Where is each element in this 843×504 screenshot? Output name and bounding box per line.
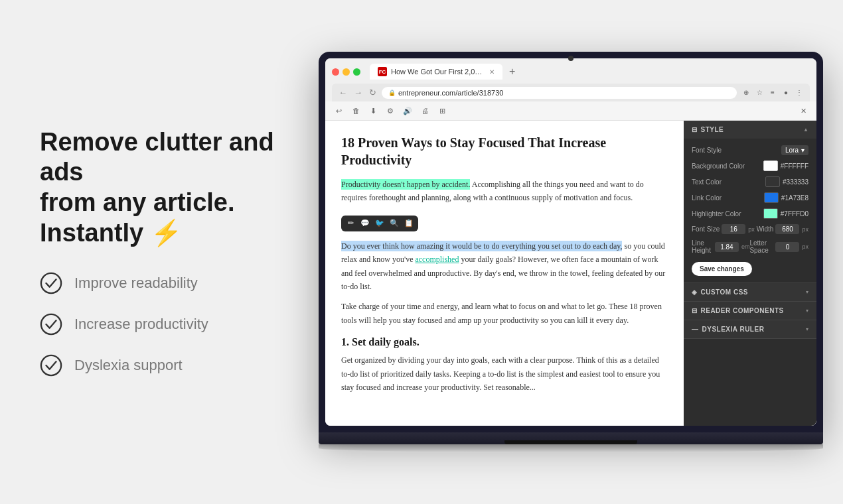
bookmark-icon[interactable]: ☆ — [754, 88, 765, 98]
letter-space-input[interactable]: 0 — [775, 242, 799, 252]
reader-components-title: ⊟ READER COMPONENTS — [692, 307, 784, 314]
link-color-value: #1A73E8 — [764, 192, 808, 203]
right-sidebar: ⊟ STYLE ▲ Font Style — [684, 121, 816, 426]
text-color-hex: #333333 — [783, 178, 808, 186]
text-color-value: #333333 — [765, 176, 808, 187]
address-bar-row: ← → ↻ 🔒 entrepreneur.com/article/318730 … — [332, 84, 810, 101]
article-h2: 1. Set daily goals. — [341, 336, 668, 348]
font-size-value-group: 16 px — [722, 224, 755, 234]
window-control-minimize[interactable] — [343, 68, 350, 76]
toolbar-download-icon[interactable]: ⬇ — [366, 104, 380, 117]
article-para2: Do you ever think how amazing it would b… — [341, 239, 668, 294]
sidebar-custom-css-header[interactable]: ◈ CUSTOM CSS ▾ — [684, 283, 816, 301]
style-icon: ⊟ — [692, 126, 698, 133]
sidebar-dyslexia-ruler-section: — DYSLEXIA RULER ▾ — [684, 320, 816, 339]
toolbar-close-icon[interactable]: ✕ — [797, 104, 810, 117]
address-text: entrepreneur.com/article/318730 — [398, 89, 503, 97]
extension-icon[interactable]: ⊕ — [741, 88, 751, 98]
highlighter-color-swatch[interactable] — [763, 208, 778, 219]
laptop-wrapper: FC How We Got Our First 2,000 C... ✕ + ←… — [319, 52, 823, 452]
window-control-close[interactable] — [332, 68, 339, 76]
style-section-body: Font Style Lora ▾ Background Color — [684, 139, 816, 283]
sidebar-style-header[interactable]: ⊟ STYLE ▲ — [684, 121, 816, 139]
tab-bar: FC How We Got Our First 2,000 C... ✕ + — [332, 64, 810, 80]
inline-comment-icon[interactable]: 💬 — [360, 218, 370, 229]
feature-text-productivity: Increase productivity — [74, 316, 208, 333]
letter-space-value-group: 0 px — [775, 242, 808, 252]
text-color-label: Text Color — [692, 178, 722, 186]
text-color-swatch[interactable] — [765, 176, 780, 187]
width-label: Width — [757, 225, 774, 233]
custom-css-icon: ◈ — [692, 288, 698, 296]
headline-line1: Remove clutter and ads — [40, 128, 274, 186]
inline-toolbar: ✏ 💬 🐦 🔍 📋 — [341, 216, 418, 231]
dyslexia-ruler-icon: — — [692, 326, 699, 333]
save-changes-button[interactable]: Save changes — [692, 262, 752, 276]
article-para4: Get organized by dividing your day into … — [341, 353, 668, 394]
laptop-screen: FC How We Got Our First 2,000 C... ✕ + ←… — [319, 52, 823, 432]
inline-edit-icon[interactable]: ✏ — [345, 218, 356, 229]
letter-space-label: Letter Space — [749, 239, 775, 254]
link-color-row: Link Color #1A73E8 — [692, 192, 808, 203]
forward-button[interactable]: → — [352, 86, 364, 99]
article-para3: Take charge of your time and energy, and… — [341, 300, 668, 327]
menu-icon[interactable]: ≡ — [767, 88, 778, 98]
link-color-swatch[interactable] — [764, 192, 779, 203]
profile-icon[interactable]: ● — [781, 88, 791, 98]
highlight-blue-text: Do you ever think how amazing it would b… — [341, 241, 622, 251]
line-height-value-group: 1.84 em — [715, 242, 750, 252]
svg-point-2 — [41, 355, 61, 375]
sidebar-reader-components-header[interactable]: ⊟ READER COMPONENTS ▾ — [684, 302, 816, 320]
browser-chrome: FC How We Got Our First 2,000 C... ✕ + ←… — [325, 58, 816, 101]
lightning-emoji: ⚡ — [151, 219, 182, 247]
article-para1: Productivity doesn't happen by accident.… — [341, 178, 668, 205]
font-style-value: Lora — [785, 147, 799, 154]
highlighter-color-value: #7FFFD0 — [763, 208, 808, 219]
letter-space-unit: px — [802, 243, 808, 250]
browser-actions: ⊕ ☆ ≡ ● ⋮ — [741, 88, 805, 98]
font-style-select[interactable]: Lora ▾ — [781, 145, 808, 155]
font-select-chevron: ▾ — [801, 147, 805, 154]
tab-close-button[interactable]: ✕ — [489, 68, 495, 76]
back-button[interactable]: ← — [337, 86, 348, 99]
width-input[interactable]: 680 — [775, 224, 799, 234]
more-icon[interactable]: ⋮ — [794, 88, 805, 98]
window-control-maximize[interactable] — [353, 68, 360, 76]
headline: Remove clutter and ads from any article.… — [40, 127, 305, 248]
check-circle-icon-2 — [40, 313, 62, 336]
line-height-letter-row: Line Height 1.84 em Letter Space 0 — [692, 239, 808, 254]
toolbar-undo-icon[interactable]: ↩ — [332, 104, 345, 117]
highlighter-color-label: Highlighter Color — [692, 210, 741, 218]
toolbar-layout-icon[interactable]: ⊞ — [435, 104, 449, 117]
bg-color-value: #FFFFFF — [763, 160, 808, 171]
inline-toolbar-container: ✏ 💬 🐦 🔍 📋 — [341, 212, 668, 235]
refresh-button[interactable]: ↻ — [368, 86, 378, 99]
toolbar-audio-icon[interactable]: 🔊 — [401, 104, 414, 117]
tab-favicon: FC — [378, 67, 387, 76]
article-link[interactable]: accomplished — [415, 255, 459, 264]
browser-tab-active[interactable]: FC How We Got Our First 2,000 C... ✕ — [370, 64, 502, 80]
inline-copy-icon[interactable]: 📋 — [404, 218, 414, 229]
font-style-label: Font Style — [692, 147, 722, 154]
address-field[interactable]: 🔒 entrepreneur.com/article/318730 — [382, 87, 737, 99]
bg-color-swatch[interactable] — [763, 160, 778, 171]
reader-components-icon: ⊟ — [692, 307, 698, 314]
toolbar-delete-icon[interactable]: 🗑 — [349, 104, 362, 117]
new-tab-button[interactable]: + — [505, 66, 519, 77]
font-size-input[interactable]: 16 — [722, 224, 745, 234]
browser-content: 18 Proven Ways to Stay Focused That Incr… — [325, 121, 816, 426]
feature-item-productivity: Increase productivity — [40, 313, 305, 336]
line-height-input[interactable]: 1.84 — [715, 242, 739, 252]
toolbar-print-icon[interactable]: 🖨 — [418, 104, 431, 117]
lock-icon: 🔒 — [388, 90, 396, 96]
toolbar-settings-icon[interactable]: ⚙ — [384, 104, 397, 117]
highlighter-color-row: Highlighter Color #7FFFD0 — [692, 208, 808, 219]
inline-share-icon[interactable]: 🐦 — [374, 218, 385, 229]
bg-color-row: Background Color #FFFFFF — [692, 160, 808, 171]
right-panel: FC How We Got Our First 2,000 C... ✕ + ←… — [319, 52, 823, 452]
bg-color-hex: #FFFFFF — [781, 162, 808, 170]
inline-search-icon[interactable]: 🔍 — [389, 218, 400, 229]
sidebar-dyslexia-ruler-header[interactable]: — DYSLEXIA RULER ▾ — [684, 320, 816, 338]
laptop-shadow — [319, 444, 823, 452]
headline-line2: from any article. — [40, 188, 235, 216]
